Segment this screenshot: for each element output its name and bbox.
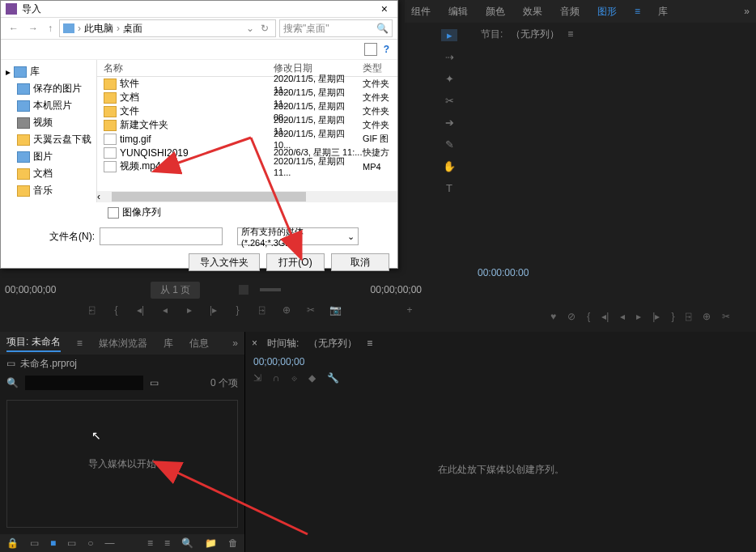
prog-btn-8-icon[interactable]: } — [671, 311, 674, 322]
project-bin[interactable]: 导入媒体以开始 — [6, 400, 238, 528]
path-current[interactable]: 桌面 — [123, 22, 142, 36]
ws-tab-库[interactable]: 库 — [658, 5, 668, 19]
foot-zoom-slider[interactable]: — — [105, 537, 115, 549]
foot-list-icon[interactable]: ▭ — [30, 537, 39, 549]
src-btn-add-icon[interactable]: + — [404, 304, 415, 316]
tool-ripple-icon[interactable]: ✦ — [441, 73, 457, 85]
ws-tab-颜色[interactable]: 颜色 — [486, 5, 505, 19]
prog-btn-3-icon[interactable]: { — [587, 311, 590, 322]
sidebar-item-0[interactable]: 保存的图片 — [1, 80, 96, 97]
foot-sort-icon[interactable]: ≡ — [147, 537, 153, 549]
foot-newbin-icon[interactable]: 📁 — [205, 537, 217, 549]
refresh-icon[interactable]: ↻ — [257, 23, 272, 34]
prog-btn-9-icon[interactable]: ⍈ — [686, 311, 691, 322]
prog-btn-1-icon[interactable]: ♥ — [550, 311, 556, 322]
view-mode-icon[interactable] — [364, 43, 377, 56]
cancel-button[interactable]: 取消 — [331, 253, 389, 271]
tool-type-icon[interactable]: T — [441, 182, 457, 194]
foot-delete-icon[interactable]: 🗑 — [228, 537, 238, 549]
filetype-select[interactable]: 所有支持的媒体 (*.264;*.3G2;*.⌄ — [237, 227, 359, 245]
ws-tab-编辑[interactable]: 编辑 — [448, 5, 468, 19]
ws-tab-图形[interactable]: 图形 — [597, 5, 617, 19]
dialog-search[interactable]: 搜索"桌面" 🔍 — [279, 19, 393, 37]
sidebar-library[interactable]: ▸ 库 — [1, 63, 96, 80]
foot-auto-icon[interactable]: ≡ — [164, 537, 170, 549]
foot-icon-view-icon[interactable]: ■ — [50, 537, 56, 549]
src-btn-stepfwd-icon[interactable]: |▸ — [208, 304, 219, 316]
sidebar-item-6[interactable]: 音乐 — [1, 182, 96, 199]
ws-overflow-icon[interactable]: » — [744, 6, 750, 17]
project-tab-menu-icon[interactable]: ≡ — [77, 338, 83, 349]
sidebar-item-5[interactable]: 文档 — [1, 165, 96, 182]
path-root[interactable]: 此电脑 — [84, 22, 113, 36]
src-btn-stepback-icon[interactable]: ◂ — [159, 304, 171, 316]
tl-tool-5-icon[interactable]: 🔧 — [327, 372, 339, 384]
foot-find-icon[interactable]: 🔍 — [181, 537, 193, 549]
tool-pen-icon[interactable]: ✎ — [441, 138, 457, 151]
nav-back-icon[interactable]: ← — [6, 23, 22, 34]
file-scrollbar[interactable]: ‹ — [97, 191, 397, 202]
tool-hand-icon[interactable]: ✋ — [441, 160, 457, 172]
foot-lock-icon[interactable]: 🔒 — [6, 537, 19, 549]
source-pager[interactable]: 从 1 页 — [151, 282, 200, 299]
tab-libraries[interactable]: 库 — [164, 337, 173, 350]
src-btn-markin-icon[interactable]: ⍇ — [87, 304, 98, 316]
src-btn-overwrite-icon[interactable]: ⊕ — [281, 304, 292, 316]
project-overflow-icon[interactable]: » — [232, 338, 238, 349]
src-btn-markout-icon[interactable]: { — [111, 304, 122, 316]
timeline-body[interactable]: 在此处放下媒体以创建序列。 — [245, 387, 756, 552]
sidebar-item-2[interactable]: 视频 — [1, 114, 96, 131]
tl-tool-2-icon[interactable]: ∩ — [273, 372, 280, 384]
source-frame-icon[interactable] — [239, 285, 248, 295]
tl-tool-1-icon[interactable]: ⇲ — [253, 372, 261, 384]
foot-freeform-icon[interactable]: ▭ — [67, 537, 76, 549]
src-btn-snapshot-icon[interactable]: 📷 — [329, 304, 341, 316]
src-btn-goout-icon[interactable]: } — [232, 304, 244, 316]
sidebar-item-4[interactable]: 图片 — [1, 148, 96, 165]
src-btn-export-icon[interactable]: ✂ — [305, 304, 316, 316]
file-row[interactable]: timg.gif2020/11/5, 星期四 10...GIF 图 — [97, 132, 397, 146]
sidebar-item-1[interactable]: 本机照片 — [1, 97, 96, 114]
src-btn-play-icon[interactable]: ▸ — [184, 304, 195, 316]
timeline-close-icon[interactable]: × — [252, 338, 257, 349]
prog-btn-2-icon[interactable]: ⊘ — [567, 311, 575, 322]
tool-selection-icon[interactable]: ▸ — [441, 29, 457, 41]
import-folder-button[interactable]: 导入文件夹 — [189, 253, 260, 271]
src-btn-goin-icon[interactable]: ◂| — [135, 304, 147, 316]
ws-tab-音频[interactable]: 音频 — [560, 5, 580, 19]
col-name[interactable]: 名称 — [97, 62, 274, 75]
sidebar-network[interactable]: ▸ 网络 — [1, 199, 96, 202]
prog-btn-10-icon[interactable]: ⊕ — [703, 311, 711, 322]
filename-input[interactable] — [100, 227, 223, 245]
timeline-menu-icon[interactable]: ≡ — [367, 338, 372, 349]
file-row[interactable]: 视频.mp42020/11/5, 星期四 11...MP4 — [97, 159, 397, 173]
program-menu-icon[interactable]: ≡ — [567, 28, 573, 40]
tool-track-icon[interactable]: ⇢ — [441, 51, 457, 63]
prog-btn-6-icon[interactable]: ▸ — [636, 311, 641, 322]
tool-slip-icon[interactable]: ➔ — [441, 117, 457, 129]
open-button[interactable]: 打开(O) — [266, 253, 325, 271]
prog-btn-4-icon[interactable]: ◂| — [601, 311, 609, 322]
tab-media-browser[interactable]: 媒体浏览器 — [99, 337, 147, 350]
prog-btn-11-icon[interactable]: ✂ — [722, 311, 730, 322]
ws-tab-效果[interactable]: 效果 — [523, 5, 542, 19]
close-button[interactable]: × — [376, 2, 393, 15]
ws-tab-组件[interactable]: 组件 — [411, 5, 431, 19]
sidebar-item-3[interactable]: 天翼云盘下载 — [1, 131, 96, 148]
image-sequence-checkbox[interactable] — [108, 207, 119, 219]
prog-btn-7-icon[interactable]: |▸ — [652, 311, 660, 322]
tl-tool-3-icon[interactable]: ⟐ — [291, 372, 297, 384]
tool-razor-icon[interactable]: ✂ — [441, 95, 457, 107]
tab-project[interactable]: 项目: 未命名 — [6, 335, 61, 352]
ws-tab-menu-icon[interactable]: ≡ — [635, 6, 640, 17]
foot-zoom-icon[interactable]: ○ — [87, 537, 93, 549]
help-icon[interactable]: ? — [384, 44, 389, 55]
col-type[interactable]: 类型 — [363, 62, 395, 75]
nav-fwd-icon[interactable]: → — [25, 23, 41, 34]
breadcrumb[interactable]: › 此电脑 › 桌面 ⌄ ↻ — [59, 19, 276, 37]
tl-tool-4-icon[interactable]: ◆ — [308, 372, 316, 384]
nav-up-icon[interactable]: ↑ — [45, 23, 56, 34]
src-btn-insert-icon[interactable]: ⍈ — [257, 304, 268, 316]
project-search-input[interactable] — [25, 376, 143, 390]
tab-info[interactable]: 信息 — [189, 337, 209, 350]
